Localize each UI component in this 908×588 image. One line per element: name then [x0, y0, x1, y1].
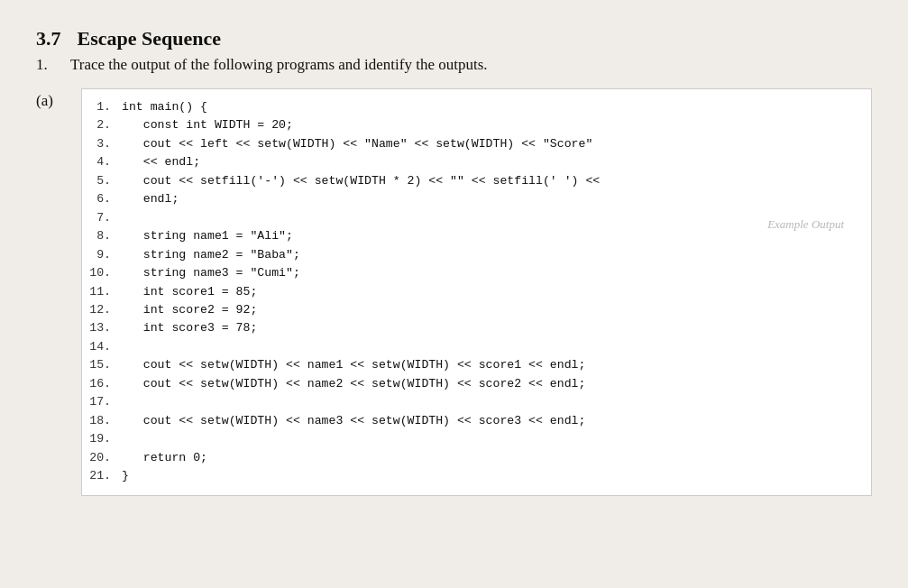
line-row: 21.}	[87, 467, 855, 485]
line-code: cout << setw(WIDTH) << name1 << setw(WID…	[122, 356, 855, 374]
line-number: 6.	[87, 190, 122, 208]
line-number: 19.	[87, 430, 122, 448]
line-code: const int WIDTH = 20;	[122, 116, 855, 134]
line-row: 17.	[87, 393, 855, 411]
line-code: return 0;	[122, 449, 855, 467]
line-code: int main() {	[122, 98, 855, 116]
question-row: 1. Trace the output of the following pro…	[36, 56, 872, 74]
line-number: 20.	[87, 449, 122, 467]
line-number: 1.	[87, 98, 122, 116]
line-row: 3. cout << left << setw(WIDTH) << "Name"…	[87, 135, 855, 153]
line-number: 8.	[87, 227, 122, 245]
line-row: 14.	[87, 338, 855, 356]
line-number: 17.	[87, 393, 122, 411]
line-row: 18. cout << setw(WIDTH) << name3 << setw…	[87, 412, 855, 430]
line-row: 7.	[87, 209, 855, 227]
line-code: cout << setw(WIDTH) << name2 << setw(WID…	[122, 375, 855, 393]
page-container: 3.7 Escape Sequence 1. Trace the output …	[36, 27, 872, 496]
section-heading: 3.7 Escape Sequence	[36, 27, 872, 51]
line-row: 12. int score2 = 92;	[87, 301, 855, 319]
line-row: 20. return 0;	[87, 449, 855, 467]
line-row: 9. string name2 = "Baba";	[87, 246, 855, 264]
line-row: 19.	[87, 430, 855, 448]
line-code: int score1 = 85;	[122, 283, 855, 301]
line-number: 15.	[87, 356, 122, 374]
line-number: 2.	[87, 116, 122, 134]
line-row: 15. cout << setw(WIDTH) << name1 << setw…	[87, 356, 855, 374]
line-row: 2. const int WIDTH = 20;	[87, 116, 855, 134]
line-code: cout << setw(WIDTH) << name3 << setw(WID…	[122, 412, 855, 430]
line-number: 18.	[87, 412, 122, 430]
line-row: 10. string name3 = "Cumi";	[87, 264, 855, 282]
line-number: 9.	[87, 246, 122, 264]
line-code: string name2 = "Baba";	[122, 246, 855, 264]
part-label: (a)	[36, 88, 81, 110]
code-lines: 1.int main() {2. const int WIDTH = 20;3.…	[87, 98, 855, 486]
line-number: 13.	[87, 319, 122, 337]
line-number: 21.	[87, 467, 122, 485]
line-number: 16.	[87, 375, 122, 393]
code-box: 1.int main() {2. const int WIDTH = 20;3.…	[81, 88, 872, 496]
section-number: 3.7	[36, 27, 61, 51]
line-number: 12.	[87, 301, 122, 319]
line-row: 11. int score1 = 85;	[87, 283, 855, 301]
line-code: int score3 = 78;	[122, 319, 855, 337]
line-code: cout << left << setw(WIDTH) << "Name" <<…	[122, 135, 855, 153]
line-row: 8. string name1 = "Ali";	[87, 227, 855, 245]
line-number: 4.	[87, 153, 122, 171]
line-code: cout << setfill('-') << setw(WIDTH * 2) …	[122, 172, 855, 190]
question-text: Trace the output of the following progra…	[70, 56, 488, 74]
content-area: (a) 1.int main() {2. const int WIDTH = 2…	[36, 88, 872, 496]
line-code: int score2 = 92;	[122, 301, 855, 319]
line-number: 10.	[87, 264, 122, 282]
line-number: 5.	[87, 172, 122, 190]
line-code: string name1 = "Ali";	[122, 227, 855, 245]
line-number: 11.	[87, 283, 122, 301]
line-row: 13. int score3 = 78;	[87, 319, 855, 337]
line-code: endl;	[122, 190, 855, 208]
line-row: 6. endl;	[87, 190, 855, 208]
line-code: string name3 = "Cumi";	[122, 264, 855, 282]
example-output-label: Example Output	[767, 217, 844, 231]
question-number: 1.	[36, 56, 56, 74]
example-output-area: Example Output	[767, 216, 844, 234]
line-code: }	[122, 467, 855, 485]
section-title: Escape Sequence	[78, 27, 222, 51]
line-code: << endl;	[122, 153, 855, 171]
line-row: 1.int main() {	[87, 98, 855, 116]
line-row: 16. cout << setw(WIDTH) << name2 << setw…	[87, 375, 855, 393]
line-number: 7.	[87, 209, 122, 227]
line-number: 3.	[87, 135, 122, 153]
line-row: 4. << endl;	[87, 153, 855, 171]
line-row: 5. cout << setfill('-') << setw(WIDTH * …	[87, 172, 855, 190]
line-number: 14.	[87, 338, 122, 356]
